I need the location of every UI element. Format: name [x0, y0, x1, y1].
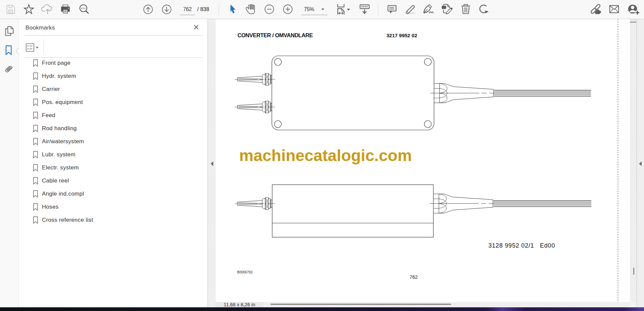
svg-text:B0006793: B0006793	[237, 270, 253, 274]
svg-text:3128 9952 02/1 Ed00: 3128 9952 02/1 Ed00	[488, 242, 555, 249]
svg-text:762: 762	[410, 274, 418, 280]
svg-text:CONVERTER / OMVANDLARE: CONVERTER / OMVANDLARE	[237, 32, 313, 38]
svg-text:machinecatalogic.com: machinecatalogic.com	[239, 147, 412, 164]
svg-text:3217 9952 02: 3217 9952 02	[386, 33, 417, 38]
